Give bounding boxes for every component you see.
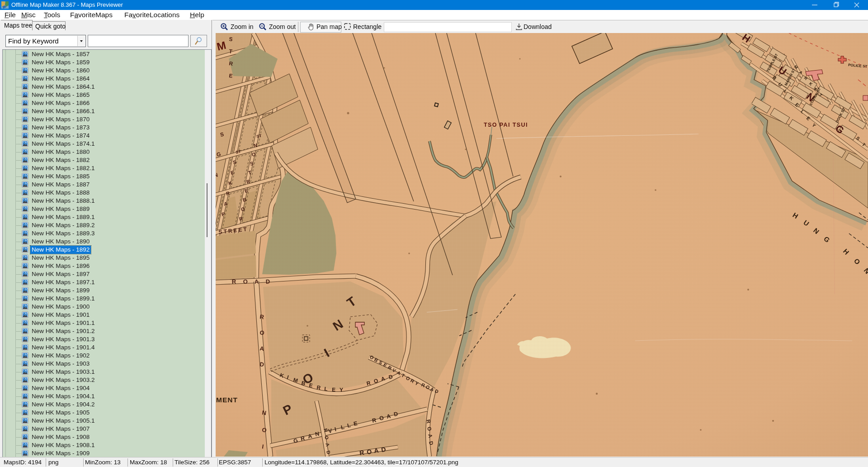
svg-text:A: A <box>254 278 259 285</box>
svg-text:TSO PAI TSUI: TSO PAI TSUI <box>484 122 528 128</box>
svg-text:O: O <box>259 329 265 336</box>
svg-text:L: L <box>324 386 328 392</box>
svg-text:O: O <box>262 426 267 434</box>
svg-text:E: E <box>332 386 336 393</box>
svg-text:R: R <box>231 278 236 285</box>
svg-text:MENT: MENT <box>216 396 238 404</box>
svg-text:O: O <box>243 278 248 285</box>
svg-text:Y: Y <box>340 387 343 393</box>
svg-text:D: D <box>265 278 270 285</box>
